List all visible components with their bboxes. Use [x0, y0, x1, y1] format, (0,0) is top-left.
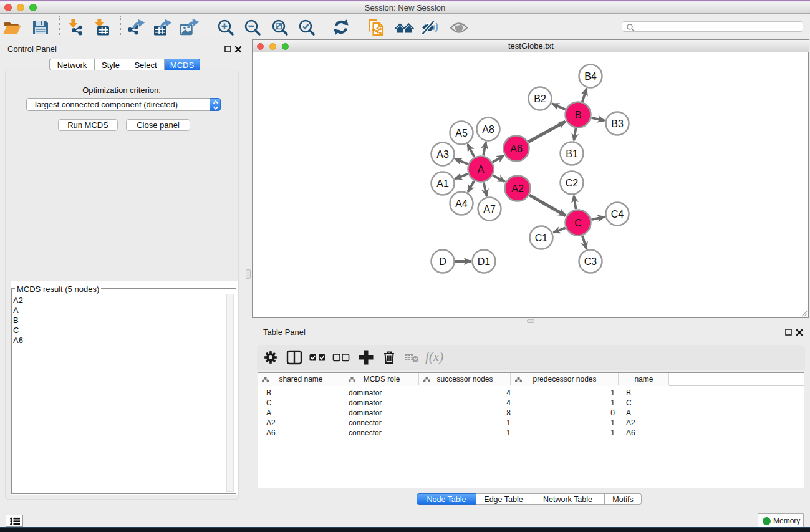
svg-text:C1: C1 — [535, 233, 548, 243]
svg-text:B4: B4 — [584, 71, 597, 82]
svg-text:A1: A1 — [436, 178, 449, 189]
svg-text:A5: A5 — [455, 128, 468, 138]
svg-text:B2: B2 — [534, 94, 546, 104]
svg-text:A3: A3 — [436, 149, 449, 160]
svg-text:D: D — [439, 256, 446, 267]
svg-text:A2: A2 — [511, 183, 524, 194]
svg-text:B1: B1 — [566, 148, 578, 159]
svg-text:A8: A8 — [482, 124, 494, 135]
svg-text:C4: C4 — [611, 209, 624, 220]
svg-text:B3: B3 — [611, 118, 624, 129]
svg-text:A4: A4 — [455, 198, 468, 209]
svg-text:A: A — [478, 164, 485, 175]
svg-text:D1: D1 — [478, 256, 491, 267]
svg-text:C2: C2 — [566, 178, 579, 188]
svg-text:B: B — [575, 110, 582, 120]
svg-text:A7: A7 — [483, 204, 496, 215]
svg-text:C: C — [574, 218, 582, 228]
svg-text:A6: A6 — [510, 143, 523, 154]
svg-text:C3: C3 — [584, 256, 597, 267]
